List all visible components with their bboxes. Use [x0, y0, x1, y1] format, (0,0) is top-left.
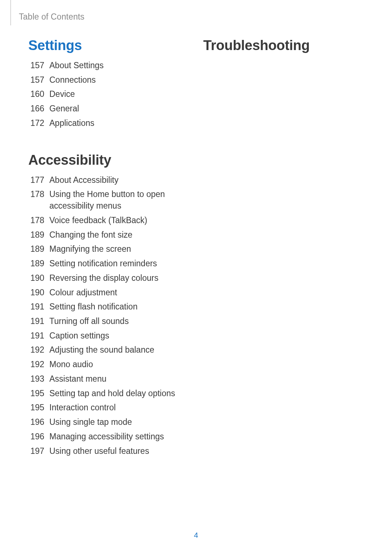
toc-entry-title: Using single tap mode	[49, 416, 189, 428]
toc-entry-page: 157	[28, 74, 44, 86]
toc-entry-title: Connections	[49, 74, 189, 86]
toc-entry-page: 193	[28, 373, 44, 385]
toc-entry[interactable]: 191Turning off all sounds	[28, 316, 189, 327]
toc-entry[interactable]: 157About Settings	[28, 60, 189, 71]
toc-entry-title: Changing the font size	[49, 229, 189, 241]
toc-entry-title: Device	[49, 89, 189, 100]
toc-entry[interactable]: 177About Accessibility	[28, 175, 189, 186]
section-heading: Troubleshooting	[203, 38, 364, 53]
toc-entry[interactable]: 178Using the Home button to open accessi…	[28, 189, 189, 212]
toc-entry-page: 192	[28, 344, 44, 356]
toc-entry-page: 189	[28, 243, 44, 255]
toc-entry-page: 196	[28, 416, 44, 428]
toc-entry[interactable]: 195Interaction control	[28, 402, 189, 414]
toc-entry-title: Magnifying the screen	[49, 243, 189, 255]
toc-entry-page: 195	[28, 402, 44, 414]
toc-entry[interactable]: 189Magnifying the screen	[28, 243, 189, 255]
toc-entry[interactable]: 189Changing the font size	[28, 229, 189, 241]
right-column: Troubleshooting	[203, 38, 364, 480]
toc-entry-title: Caption settings	[49, 330, 189, 342]
toc-entry-page: 190	[28, 287, 44, 299]
toc-entry[interactable]: 192Adjusting the sound balance	[28, 344, 189, 356]
toc-entry[interactable]: 191Setting flash notification	[28, 301, 189, 313]
toc-entry-title: Using the Home button to open accessibil…	[49, 189, 189, 212]
toc-list: 157About Settings157Connections160Device…	[28, 60, 189, 129]
toc-entry-title: Mono audio	[49, 359, 189, 370]
toc-entry[interactable]: 172Applications	[28, 118, 189, 129]
left-column: Settings157About Settings157Connections1…	[28, 38, 189, 480]
toc-entry[interactable]: 196Using single tap mode	[28, 416, 189, 428]
toc-entry[interactable]: 196Managing accessibility settings	[28, 431, 189, 443]
toc-entry[interactable]: 166General	[28, 103, 189, 115]
toc-entry[interactable]: 197Using other useful features	[28, 446, 189, 457]
toc-entry-page: 172	[28, 118, 44, 129]
page-number: 4	[0, 531, 392, 539]
section-heading: Accessibility	[28, 152, 189, 168]
toc-entry[interactable]: 195Setting tap and hold delay options	[28, 388, 189, 399]
toc-entry-title: Assistant menu	[49, 373, 189, 385]
toc-entry-page: 189	[28, 229, 44, 241]
toc-entry-title: Turning off all sounds	[49, 316, 189, 327]
toc-entry-title: General	[49, 103, 189, 115]
toc-entry-page: 197	[28, 446, 44, 457]
toc-entry-page: 160	[28, 89, 44, 100]
vertical-rule	[11, 0, 11, 25]
toc-entry-title: Adjusting the sound balance	[49, 344, 189, 356]
toc-entry[interactable]: 189Setting notification reminders	[28, 258, 189, 270]
toc-entry[interactable]: 157Connections	[28, 74, 189, 86]
toc-entry-page: 178	[28, 189, 44, 200]
toc-entry[interactable]: 192Mono audio	[28, 359, 189, 370]
toc-entry-page: 195	[28, 388, 44, 399]
toc-section: Accessibility177About Accessibility178Us…	[28, 152, 189, 457]
toc-entry-title: Interaction control	[49, 402, 189, 414]
toc-entry[interactable]: 178Voice feedback (TalkBack)	[28, 215, 189, 226]
toc-entry-page: 191	[28, 316, 44, 327]
toc-entry[interactable]: 160Device	[28, 89, 189, 100]
toc-entry-title: Reversing the display colours	[49, 272, 189, 284]
toc-entry-title: Applications	[49, 118, 189, 129]
toc-section: Troubleshooting	[203, 38, 364, 53]
section-heading[interactable]: Settings	[28, 38, 189, 53]
toc-entry-title: Using other useful features	[49, 446, 189, 457]
toc-entry-title: Setting notification reminders	[49, 258, 189, 270]
toc-entry-page: 189	[28, 258, 44, 270]
toc-entry[interactable]: 190Reversing the display colours	[28, 272, 189, 284]
toc-entry-title: Voice feedback (TalkBack)	[49, 215, 189, 226]
toc-entry-title: About Settings	[49, 60, 189, 71]
toc-section: Settings157About Settings157Connections1…	[28, 38, 189, 129]
toc-entry-title: Managing accessibility settings	[49, 431, 189, 443]
toc-entry[interactable]: 191Caption settings	[28, 330, 189, 342]
toc-entry-title: About Accessibility	[49, 175, 189, 186]
running-head: Table of Contents	[19, 12, 85, 22]
toc-entry-title: Setting flash notification	[49, 301, 189, 313]
toc-columns: Settings157About Settings157Connections1…	[28, 38, 364, 480]
toc-entry-page: 191	[28, 330, 44, 342]
toc-entry-page: 177	[28, 175, 44, 186]
toc-entry-title: Setting tap and hold delay options	[49, 388, 189, 399]
toc-list: 177About Accessibility178Using the Home …	[28, 175, 189, 457]
toc-entry-page: 192	[28, 359, 44, 370]
toc-entry[interactable]: 190Colour adjustment	[28, 287, 189, 299]
toc-entry-page: 157	[28, 60, 44, 71]
toc-entry-page: 190	[28, 272, 44, 284]
toc-entry-page: 196	[28, 431, 44, 443]
toc-entry-page: 191	[28, 301, 44, 313]
toc-entry-title: Colour adjustment	[49, 287, 189, 299]
toc-entry-page: 178	[28, 215, 44, 226]
toc-entry[interactable]: 193Assistant menu	[28, 373, 189, 385]
toc-entry-page: 166	[28, 103, 44, 115]
